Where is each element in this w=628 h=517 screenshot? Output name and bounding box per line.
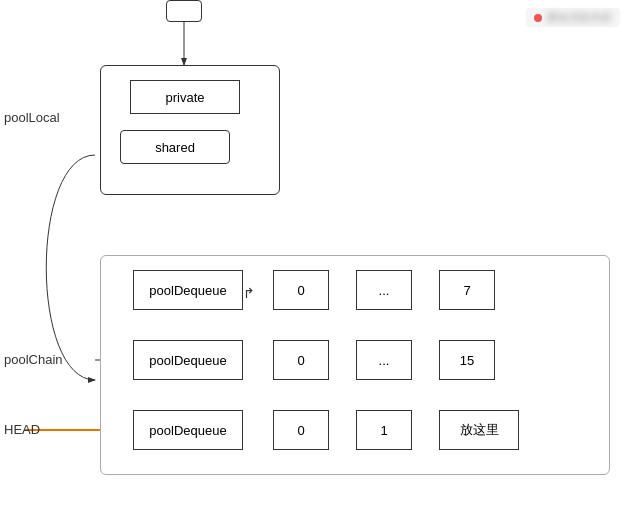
pool-local-label: poolLocal (4, 110, 60, 125)
private-label: private (165, 90, 204, 105)
row1-cell2: 7 (439, 270, 495, 310)
row2-cell2: 15 (439, 340, 495, 380)
pi-box (166, 0, 202, 22)
row3-cell1: 1 (356, 410, 412, 450)
row3-cell2: 放这里 (439, 410, 519, 450)
notification-dot (534, 14, 542, 22)
row2-dequeue-label: poolDequeue (149, 353, 226, 368)
row3-cell0: 0 (273, 410, 329, 450)
row1-cell1: ... (356, 270, 412, 310)
row2-cell1: ... (356, 340, 412, 380)
row1-dequeue: poolDequeue (133, 270, 243, 310)
row1-dequeue-label: poolDequeue (149, 283, 226, 298)
shared-label: shared (155, 140, 195, 155)
notification-text: 通知消息内容 (546, 10, 612, 25)
private-box: private (130, 80, 240, 114)
pool-chain-label: poolChain (4, 352, 63, 367)
diagram: Pi (0, 0, 628, 517)
row2-cell0: 0 (273, 340, 329, 380)
row3-dequeue: poolDequeue (133, 410, 243, 450)
row1-cell0: 0 (273, 270, 329, 310)
cursor-icon: ↱ (243, 285, 255, 301)
shared-box: shared (120, 130, 230, 164)
head-label: HEAD (4, 422, 40, 437)
row2-dequeue: poolDequeue (133, 340, 243, 380)
row3-dequeue-label: poolDequeue (149, 423, 226, 438)
notification-badge: 通知消息内容 (526, 8, 620, 27)
